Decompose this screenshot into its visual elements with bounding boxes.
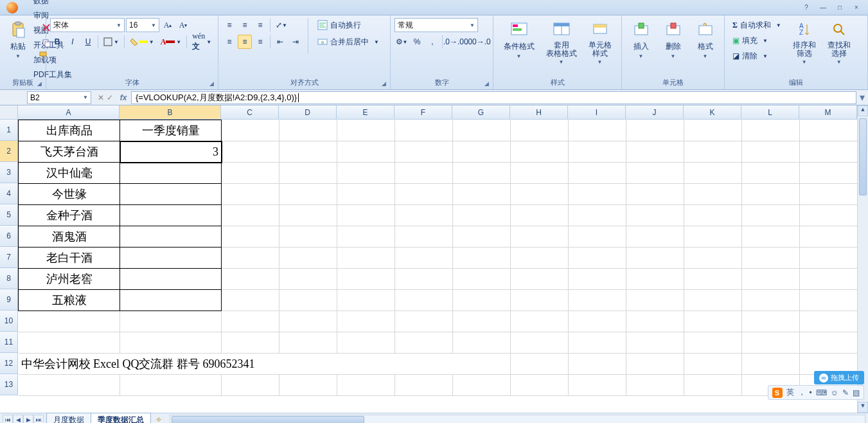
italic-button[interactable]: I bbox=[66, 35, 80, 49]
cell[interactable] bbox=[222, 163, 279, 184]
row-header[interactable]: 8 bbox=[0, 268, 18, 289]
cell[interactable] bbox=[569, 354, 626, 375]
cell[interactable] bbox=[684, 332, 742, 354]
dialog-launcher-icon[interactable]: ◢ bbox=[380, 80, 387, 88]
format-cells-button[interactable]: 格式▼ bbox=[691, 18, 720, 60]
dialog-launcher-icon[interactable]: ◢ bbox=[483, 80, 490, 88]
sheet-nav-last[interactable]: ⏭ bbox=[33, 415, 44, 424]
increase-indent-button[interactable]: ⇥ bbox=[288, 35, 303, 49]
cell[interactable] bbox=[511, 311, 569, 332]
cell[interactable] bbox=[511, 290, 569, 311]
cell[interactable] bbox=[337, 311, 395, 332]
cell[interactable] bbox=[337, 375, 395, 396]
cell[interactable] bbox=[800, 120, 858, 141]
cell[interactable] bbox=[120, 163, 222, 184]
scroll-thumb[interactable] bbox=[172, 416, 364, 424]
row-header[interactable]: 1 bbox=[0, 120, 18, 141]
cell[interactable] bbox=[453, 120, 511, 141]
decrease-decimal-button[interactable]: .00→.0 bbox=[468, 35, 489, 49]
sheet-nav-first[interactable]: ⏮ bbox=[3, 415, 13, 424]
cell[interactable] bbox=[800, 311, 858, 332]
cell[interactable] bbox=[222, 205, 279, 226]
cell[interactable] bbox=[222, 120, 279, 141]
cell[interactable] bbox=[569, 375, 626, 396]
align-middle-button[interactable]: ≡ bbox=[238, 18, 252, 32]
cell[interactable] bbox=[337, 163, 395, 184]
row-header[interactable]: 2 bbox=[0, 141, 18, 162]
cell[interactable] bbox=[742, 205, 800, 226]
border-button[interactable]: ▼ bbox=[101, 35, 121, 49]
cell[interactable] bbox=[742, 226, 800, 248]
autosum-button[interactable]: Σ自动求和▼ bbox=[729, 18, 785, 32]
cell[interactable] bbox=[742, 354, 800, 375]
cell[interactable]: 五粮液 bbox=[19, 290, 120, 311]
dialog-launcher-icon[interactable]: ◢ bbox=[35, 80, 43, 88]
cell[interactable] bbox=[395, 311, 453, 332]
cell[interactable] bbox=[569, 205, 626, 226]
font-color-button[interactable]: A▼ bbox=[158, 35, 184, 49]
column-header[interactable]: G bbox=[452, 105, 510, 120]
cell[interactable] bbox=[337, 290, 395, 311]
cell[interactable] bbox=[337, 332, 395, 354]
cell[interactable] bbox=[19, 332, 120, 354]
cell[interactable] bbox=[569, 163, 626, 184]
cell[interactable] bbox=[337, 269, 395, 290]
ime-tool-icon[interactable]: ✎ bbox=[842, 388, 849, 397]
cell[interactable] bbox=[120, 226, 222, 248]
cell[interactable] bbox=[395, 290, 453, 311]
accounting-format-button[interactable]: ⚙▼ bbox=[394, 35, 409, 49]
cell[interactable] bbox=[453, 290, 511, 311]
cell[interactable] bbox=[395, 163, 453, 184]
cell[interactable] bbox=[395, 375, 453, 396]
row-header[interactable]: 4 bbox=[0, 183, 18, 204]
cell[interactable] bbox=[120, 269, 222, 290]
cell[interactable] bbox=[626, 184, 684, 205]
row-header[interactable]: 6 bbox=[0, 226, 18, 247]
cell[interactable] bbox=[511, 226, 569, 248]
ime-menu-icon[interactable]: ▤ bbox=[853, 388, 860, 397]
cell[interactable] bbox=[279, 184, 337, 205]
cell[interactable] bbox=[120, 375, 222, 396]
ime-keyboard-icon[interactable]: ⌨ bbox=[816, 388, 827, 397]
cell[interactable] bbox=[120, 248, 222, 269]
dialog-launcher-icon[interactable]: ◢ bbox=[208, 80, 215, 88]
align-bottom-button[interactable]: ≡ bbox=[253, 18, 267, 32]
cell[interactable] bbox=[742, 163, 800, 184]
cell[interactable] bbox=[684, 163, 742, 184]
column-header[interactable]: F bbox=[394, 105, 452, 120]
cell[interactable] bbox=[626, 290, 684, 311]
cell[interactable] bbox=[511, 163, 569, 184]
cell[interactable] bbox=[626, 141, 684, 163]
cell[interactable] bbox=[395, 141, 453, 163]
cell[interactable] bbox=[19, 311, 120, 332]
cell[interactable] bbox=[337, 205, 395, 226]
column-header[interactable]: M bbox=[799, 105, 857, 120]
cell[interactable] bbox=[222, 269, 279, 290]
cell[interactable] bbox=[626, 120, 684, 141]
cell[interactable] bbox=[684, 269, 742, 290]
row-header[interactable]: 5 bbox=[0, 204, 18, 226]
column-header[interactable]: J bbox=[626, 105, 684, 120]
cell[interactable] bbox=[626, 226, 684, 248]
cell[interactable] bbox=[120, 205, 222, 226]
ime-smiley-icon[interactable]: ☺ bbox=[831, 388, 838, 397]
clear-button[interactable]: ◪清除▼ bbox=[729, 49, 785, 63]
format-as-table-button[interactable]: 套用 表格格式▼ bbox=[542, 18, 581, 66]
select-all-corner[interactable] bbox=[0, 105, 18, 120]
cell[interactable] bbox=[279, 311, 337, 332]
cell[interactable] bbox=[800, 184, 858, 205]
cell[interactable] bbox=[626, 205, 684, 226]
cell[interactable] bbox=[222, 141, 279, 163]
cell[interactable] bbox=[742, 269, 800, 290]
cell[interactable] bbox=[684, 205, 742, 226]
cell[interactable] bbox=[626, 269, 684, 290]
cell[interactable]: 今世缘 bbox=[19, 184, 120, 205]
cell[interactable] bbox=[395, 226, 453, 248]
cell[interactable] bbox=[222, 184, 279, 205]
cell[interactable] bbox=[511, 332, 569, 354]
cell[interactable] bbox=[337, 248, 395, 269]
cell[interactable] bbox=[569, 269, 626, 290]
cell[interactable] bbox=[120, 184, 222, 205]
close-button[interactable]: × bbox=[849, 3, 864, 12]
delete-cells-button[interactable]: 删除▼ bbox=[659, 18, 687, 60]
